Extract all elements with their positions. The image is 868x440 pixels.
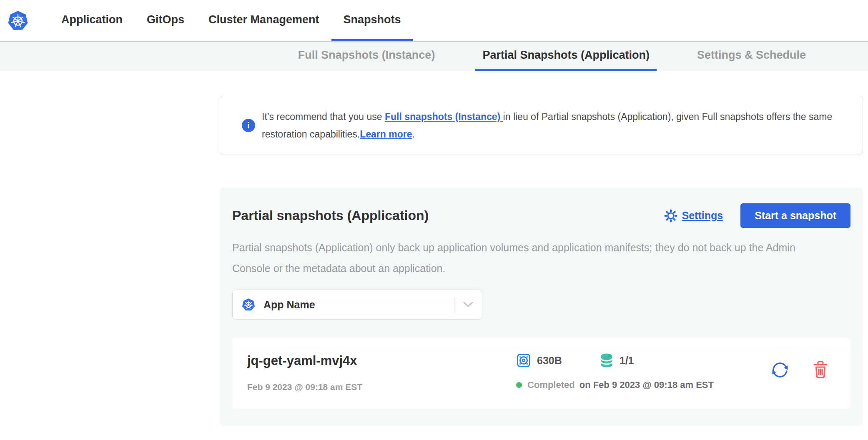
snapshot-name[interactable]: jq-get-yaml-mvj4x	[247, 353, 516, 369]
snapshot-size-stat: 630B	[516, 353, 562, 368]
main-content: i It’s recommend that you use Full snaps…	[220, 96, 863, 425]
start-snapshot-button[interactable]: Start a snapshot	[740, 203, 850, 228]
learn-more-link[interactable]: Learn more	[360, 129, 412, 140]
snapshot-settings-link[interactable]: Settings	[664, 209, 723, 222]
snapshot-volumes-stat: 1/1	[600, 353, 634, 368]
restore-icon[interactable]	[770, 360, 790, 380]
nav-item-application[interactable]: Application	[49, 0, 135, 41]
info-icon: i	[242, 119, 255, 132]
tab-partial-snapshots-application[interactable]: Partial Snapshots (Application)	[475, 42, 657, 71]
snapshot-row: jq-get-yaml-mvj4x Feb 9 2023 @ 09:18 am …	[232, 338, 850, 409]
kubernetes-icon	[242, 298, 255, 312]
panel-header: Partial snapshots (Application)	[232, 203, 850, 228]
full-snapshots-instance-link[interactable]: Full snapshots (Instance)	[385, 111, 503, 122]
gear-icon	[664, 209, 677, 222]
app-name-select[interactable]: App Name	[232, 290, 482, 320]
snapshot-created-date: Feb 9 2023 @ 09:18 am EST	[247, 382, 516, 392]
app-select-value: App Name	[263, 299, 315, 311]
disk-size-icon	[516, 353, 531, 368]
tab-full-snapshots-instance[interactable]: Full Snapshots (Instance)	[291, 42, 442, 71]
snapshot-identity: jq-get-yaml-mvj4x Feb 9 2023 @ 09:18 am …	[247, 353, 516, 392]
chevron-down-icon[interactable]	[454, 302, 482, 308]
database-volumes-icon	[600, 353, 614, 368]
status-dot-icon	[516, 382, 522, 388]
panel-title: Partial snapshots (Application)	[232, 208, 664, 223]
info-banner: i It’s recommend that you use Full snaps…	[220, 96, 863, 155]
nav-item-gitops[interactable]: GitOps	[135, 0, 196, 41]
top-nav-links: Application GitOps Cluster Management Sn…	[49, 0, 413, 41]
top-nav: Application GitOps Cluster Management Sn…	[0, 0, 868, 41]
snapshot-details: 630B 1/1	[516, 353, 770, 390]
tab-settings-schedule[interactable]: Settings & Schedule	[690, 42, 813, 71]
kubernetes-logo-icon	[8, 10, 28, 32]
panel-description: Partial snapshots (Application) only bac…	[232, 237, 803, 279]
snapshot-size: 630B	[537, 355, 562, 367]
info-text-end: .	[412, 129, 415, 140]
snapshot-volumes: 1/1	[620, 355, 634, 367]
partial-snapshots-panel: Partial snapshots (Application)	[220, 188, 863, 425]
delete-icon[interactable]	[812, 360, 829, 380]
snapshots-page: Application GitOps Cluster Management Sn…	[0, 0, 868, 440]
nav-item-cluster-management[interactable]: Cluster Management	[196, 0, 331, 41]
nav-item-snapshots[interactable]: Snapshots	[331, 0, 413, 41]
settings-link-label: Settings	[682, 210, 723, 222]
status-detail: on Feb 9 2023 @ 09:18 am EST	[580, 380, 714, 390]
panel-actions: Settings Start a snapshot	[664, 203, 851, 228]
status-label: Completed	[527, 380, 575, 390]
info-banner-text: It’s recommend that you use Full snapsho…	[262, 108, 846, 143]
snapshot-stats: 630B 1/1	[516, 353, 770, 368]
info-text-start: It’s recommend that you use	[262, 111, 385, 122]
snapshots-sub-nav: Full Snapshots (Instance) Partial Snapsh…	[0, 41, 868, 71]
snapshot-status: Completed on Feb 9 2023 @ 09:18 am EST	[516, 380, 770, 390]
snapshot-actions	[770, 360, 834, 380]
